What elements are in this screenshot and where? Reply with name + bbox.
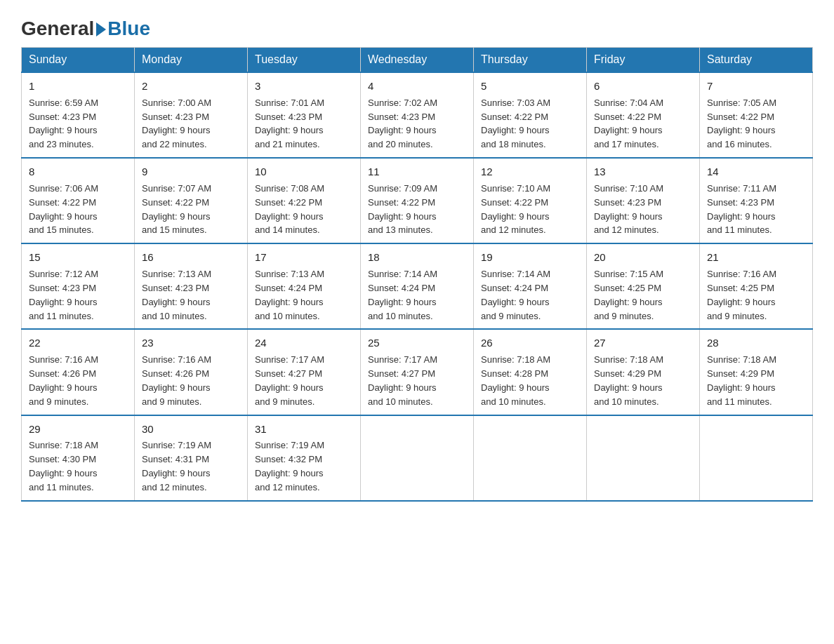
day-info: Sunrise: 7:03 AMSunset: 4:22 PMDaylight:… xyxy=(481,98,550,150)
calendar-day-cell: 12 Sunrise: 7:10 AMSunset: 4:22 PMDaylig… xyxy=(474,158,587,243)
calendar-day-cell: 29 Sunrise: 7:18 AMSunset: 4:30 PMDaylig… xyxy=(22,415,135,501)
logo-blue-text: Blue xyxy=(107,18,150,40)
logo: General Blue Blue xyxy=(21,14,150,40)
calendar-table: SundayMondayTuesdayWednesdayThursdayFrid… xyxy=(21,47,813,502)
calendar-day-cell: 3 Sunrise: 7:01 AMSunset: 4:23 PMDayligh… xyxy=(248,72,361,158)
day-of-week-header: Sunday xyxy=(22,48,135,73)
calendar-day-cell: 17 Sunrise: 7:13 AMSunset: 4:24 PMDaylig… xyxy=(248,243,361,329)
day-number: 28 xyxy=(707,335,805,351)
day-number: 11 xyxy=(368,164,466,180)
calendar-day-cell: 10 Sunrise: 7:08 AMSunset: 4:22 PMDaylig… xyxy=(248,158,361,243)
calendar-day-cell: 9 Sunrise: 7:07 AMSunset: 4:22 PMDayligh… xyxy=(135,158,248,243)
calendar-day-cell xyxy=(587,415,700,501)
day-info: Sunrise: 7:17 AMSunset: 4:27 PMDaylight:… xyxy=(255,354,324,407)
day-info: Sunrise: 7:14 AMSunset: 4:24 PMDaylight:… xyxy=(481,269,550,321)
day-number: 18 xyxy=(368,250,466,265)
day-info: Sunrise: 7:16 AMSunset: 4:26 PMDaylight:… xyxy=(29,354,98,407)
day-info: Sunrise: 7:02 AMSunset: 4:23 PMDaylight:… xyxy=(368,98,437,150)
day-of-week-header: Saturday xyxy=(700,48,813,73)
day-number: 20 xyxy=(594,250,692,265)
day-number: 23 xyxy=(142,335,240,351)
calendar-day-cell: 7 Sunrise: 7:05 AMSunset: 4:22 PMDayligh… xyxy=(700,72,813,158)
calendar-day-cell: 4 Sunrise: 7:02 AMSunset: 4:23 PMDayligh… xyxy=(361,72,474,158)
day-info: Sunrise: 7:05 AMSunset: 4:22 PMDaylight:… xyxy=(707,98,776,150)
day-number: 26 xyxy=(481,335,579,351)
day-info: Sunrise: 7:00 AMSunset: 4:23 PMDaylight:… xyxy=(142,98,211,150)
calendar-day-cell: 22 Sunrise: 7:16 AMSunset: 4:26 PMDaylig… xyxy=(22,329,135,415)
calendar-day-cell: 20 Sunrise: 7:15 AMSunset: 4:25 PMDaylig… xyxy=(587,243,700,329)
day-of-week-header: Wednesday xyxy=(361,48,474,73)
day-info: Sunrise: 7:10 AMSunset: 4:22 PMDaylight:… xyxy=(481,183,550,236)
day-info: Sunrise: 7:14 AMSunset: 4:24 PMDaylight:… xyxy=(368,269,437,321)
calendar-day-cell: 31 Sunrise: 7:19 AMSunset: 4:32 PMDaylig… xyxy=(248,415,361,501)
calendar-day-cell: 5 Sunrise: 7:03 AMSunset: 4:22 PMDayligh… xyxy=(474,72,587,158)
day-number: 24 xyxy=(255,335,353,351)
calendar-day-cell: 24 Sunrise: 7:17 AMSunset: 4:27 PMDaylig… xyxy=(248,329,361,415)
day-number: 6 xyxy=(594,79,692,94)
calendar-day-cell: 14 Sunrise: 7:11 AMSunset: 4:23 PMDaylig… xyxy=(700,158,813,243)
day-info: Sunrise: 7:16 AMSunset: 4:25 PMDaylight:… xyxy=(707,269,776,321)
day-info: Sunrise: 7:18 AMSunset: 4:30 PMDaylight:… xyxy=(29,440,98,492)
day-number: 4 xyxy=(368,79,466,94)
day-info: Sunrise: 7:04 AMSunset: 4:22 PMDaylight:… xyxy=(594,98,663,150)
calendar-day-cell: 2 Sunrise: 7:00 AMSunset: 4:23 PMDayligh… xyxy=(135,72,248,158)
calendar-day-cell: 30 Sunrise: 7:19 AMSunset: 4:31 PMDaylig… xyxy=(135,415,248,501)
day-number: 21 xyxy=(707,250,805,265)
day-number: 22 xyxy=(29,335,127,351)
day-number: 7 xyxy=(707,79,805,94)
calendar-week-row: 8 Sunrise: 7:06 AMSunset: 4:22 PMDayligh… xyxy=(22,158,813,243)
calendar-day-cell: 13 Sunrise: 7:10 AMSunset: 4:23 PMDaylig… xyxy=(587,158,700,243)
day-of-week-header: Tuesday xyxy=(248,48,361,73)
calendar-day-cell: 1 Sunrise: 6:59 AMSunset: 4:23 PMDayligh… xyxy=(22,72,135,158)
day-info: Sunrise: 7:10 AMSunset: 4:23 PMDaylight:… xyxy=(594,183,663,236)
day-number: 15 xyxy=(29,250,127,265)
calendar-day-cell: 18 Sunrise: 7:14 AMSunset: 4:24 PMDaylig… xyxy=(361,243,474,329)
calendar-day-cell: 11 Sunrise: 7:09 AMSunset: 4:22 PMDaylig… xyxy=(361,158,474,243)
day-number: 8 xyxy=(29,164,127,180)
calendar-day-cell: 15 Sunrise: 7:12 AMSunset: 4:23 PMDaylig… xyxy=(22,243,135,329)
calendar-week-row: 29 Sunrise: 7:18 AMSunset: 4:30 PMDaylig… xyxy=(22,415,813,501)
day-number: 2 xyxy=(142,79,240,94)
day-info: Sunrise: 7:07 AMSunset: 4:22 PMDaylight:… xyxy=(142,183,211,236)
calendar-week-row: 1 Sunrise: 6:59 AMSunset: 4:23 PMDayligh… xyxy=(22,72,813,158)
day-number: 16 xyxy=(142,250,240,265)
day-info: Sunrise: 7:13 AMSunset: 4:24 PMDaylight:… xyxy=(255,269,324,321)
day-of-week-header: Monday xyxy=(135,48,248,73)
calendar-day-cell: 25 Sunrise: 7:17 AMSunset: 4:27 PMDaylig… xyxy=(361,329,474,415)
calendar-day-cell: 6 Sunrise: 7:04 AMSunset: 4:22 PMDayligh… xyxy=(587,72,700,158)
day-number: 27 xyxy=(594,335,692,351)
day-number: 3 xyxy=(255,79,353,94)
day-info: Sunrise: 7:19 AMSunset: 4:31 PMDaylight:… xyxy=(142,440,211,492)
day-number: 5 xyxy=(481,79,579,94)
day-number: 14 xyxy=(707,164,805,180)
day-info: Sunrise: 7:18 AMSunset: 4:29 PMDaylight:… xyxy=(707,354,776,407)
calendar-day-cell xyxy=(474,415,587,501)
day-info: Sunrise: 6:59 AMSunset: 4:23 PMDaylight:… xyxy=(29,98,98,150)
calendar-week-row: 15 Sunrise: 7:12 AMSunset: 4:23 PMDaylig… xyxy=(22,243,813,329)
calendar-day-cell: 21 Sunrise: 7:16 AMSunset: 4:25 PMDaylig… xyxy=(700,243,813,329)
day-info: Sunrise: 7:19 AMSunset: 4:32 PMDaylight:… xyxy=(255,440,324,492)
day-number: 25 xyxy=(368,335,466,351)
day-info: Sunrise: 7:08 AMSunset: 4:22 PMDaylight:… xyxy=(255,183,324,236)
calendar-day-cell: 8 Sunrise: 7:06 AMSunset: 4:22 PMDayligh… xyxy=(22,158,135,243)
day-of-week-header: Friday xyxy=(587,48,700,73)
day-number: 13 xyxy=(594,164,692,180)
day-number: 29 xyxy=(29,422,127,437)
day-info: Sunrise: 7:16 AMSunset: 4:26 PMDaylight:… xyxy=(142,354,211,407)
calendar-day-cell xyxy=(700,415,813,501)
day-info: Sunrise: 7:01 AMSunset: 4:23 PMDaylight:… xyxy=(255,98,324,150)
day-number: 30 xyxy=(142,422,240,437)
day-info: Sunrise: 7:13 AMSunset: 4:23 PMDaylight:… xyxy=(142,269,211,321)
page-header: General Blue Blue xyxy=(21,14,813,40)
calendar-day-cell: 16 Sunrise: 7:13 AMSunset: 4:23 PMDaylig… xyxy=(135,243,248,329)
day-of-week-header: Thursday xyxy=(474,48,587,73)
day-info: Sunrise: 7:17 AMSunset: 4:27 PMDaylight:… xyxy=(368,354,437,407)
calendar-header-row: SundayMondayTuesdayWednesdayThursdayFrid… xyxy=(22,48,813,73)
day-info: Sunrise: 7:18 AMSunset: 4:29 PMDaylight:… xyxy=(594,354,663,407)
calendar-day-cell: 26 Sunrise: 7:18 AMSunset: 4:28 PMDaylig… xyxy=(474,329,587,415)
day-number: 17 xyxy=(255,250,353,265)
day-number: 31 xyxy=(255,422,353,437)
day-number: 1 xyxy=(29,79,127,94)
day-info: Sunrise: 7:12 AMSunset: 4:23 PMDaylight:… xyxy=(29,269,98,321)
day-info: Sunrise: 7:06 AMSunset: 4:22 PMDaylight:… xyxy=(29,183,98,236)
